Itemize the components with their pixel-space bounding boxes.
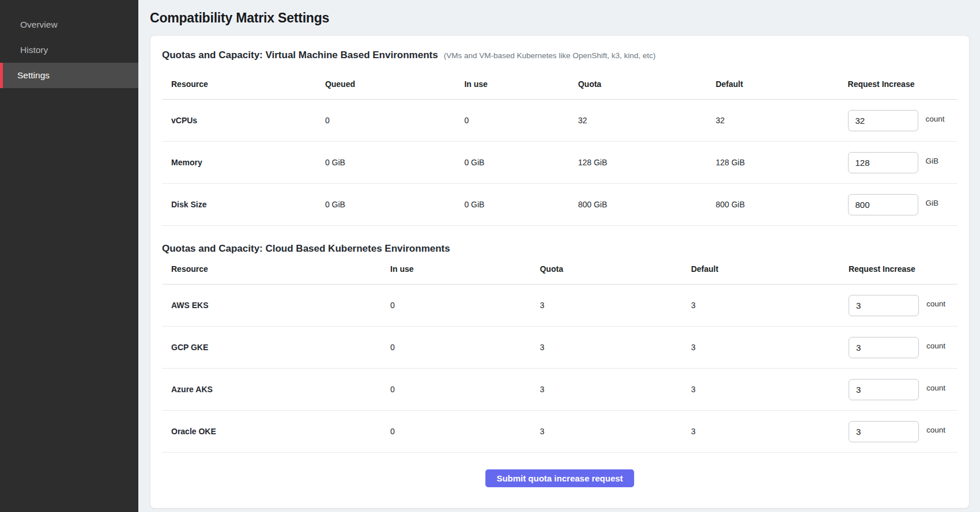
request-increase-cell: count (849, 295, 958, 316)
request-increase-cell: count (849, 337, 958, 358)
column-header-quota: Quota (540, 264, 691, 274)
quota-value: 800 GiB (578, 200, 716, 209)
default-value: 3 (691, 385, 849, 394)
request-increase-cell: count (849, 379, 958, 400)
k8s-section-title: Quotas and Capacity: Cloud Based Kuberne… (162, 243, 450, 255)
request-increase-cell: count (848, 110, 958, 131)
disk-size-request-input[interactable] (848, 194, 918, 215)
column-header-request-increase: Request Increase (849, 264, 958, 274)
column-header-in-use: In use (464, 79, 578, 89)
oracle-oke-request-input[interactable] (849, 421, 919, 442)
queued-value: 0 GiB (325, 200, 465, 209)
in-use-value: 0 (390, 301, 540, 310)
table-row-vcpus: vCPUs 0 0 32 32 count (162, 100, 958, 142)
resource-name: vCPUs (162, 116, 325, 125)
sidebar-item-settings[interactable]: Settings (0, 63, 138, 88)
in-use-value: 0 (390, 343, 540, 352)
in-use-value: 0 (390, 427, 540, 436)
request-increase-cell: GiB (848, 194, 958, 215)
sidebar-item-overview[interactable]: Overview (0, 12, 138, 37)
column-header-in-use: In use (390, 264, 540, 274)
sidebar-item-label: Settings (17, 70, 50, 81)
settings-card: Quotas and Capacity: Virtual Machine Bas… (150, 35, 970, 509)
sidebar-item-label: History (20, 45, 48, 55)
in-use-value: 0 (390, 385, 540, 394)
unit-label: count (926, 384, 945, 392)
vm-table-header: Resource Queued In use Quota Default Req… (162, 61, 958, 100)
vcpus-request-input[interactable] (848, 110, 918, 131)
k8s-table-header: Resource In use Quota Default Request In… (162, 255, 958, 285)
k8s-quota-table: Resource In use Quota Default Request In… (162, 255, 958, 453)
column-header-request-increase: Request Increase (848, 79, 958, 89)
memory-request-input[interactable] (848, 152, 918, 173)
resource-name: GCP GKE (162, 343, 390, 352)
unit-label: GiB (926, 199, 939, 207)
in-use-value: 0 (464, 116, 578, 125)
table-row-aws-eks: AWS EKS 0 3 3 count (162, 285, 958, 327)
sidebar: Overview History Settings (0, 0, 138, 512)
azure-aks-request-input[interactable] (849, 379, 919, 400)
submit-quota-increase-button[interactable]: Submit quota increase request (485, 469, 634, 487)
resource-name: Memory (162, 158, 325, 167)
table-row-gcp-gke: GCP GKE 0 3 3 count (162, 327, 958, 369)
gcp-gke-request-input[interactable] (849, 337, 919, 358)
default-value: 3 (691, 427, 849, 436)
column-header-queued: Queued (325, 79, 465, 89)
page-title: Compatibility Matrix Settings (150, 10, 970, 26)
unit-label: count (926, 342, 945, 350)
default-value: 128 GiB (715, 158, 847, 167)
k8s-section-header: Quotas and Capacity: Cloud Based Kuberne… (162, 243, 958, 255)
vm-section-header: Quotas and Capacity: Virtual Machine Bas… (162, 50, 958, 61)
queued-value: 0 (325, 116, 465, 125)
resource-name: AWS EKS (162, 301, 390, 310)
card-footer: Submit quota increase request (162, 453, 958, 498)
column-header-resource: Resource (162, 79, 325, 89)
quota-value: 3 (540, 427, 691, 436)
quota-value: 32 (578, 116, 716, 125)
column-header-default: Default (715, 79, 847, 89)
unit-label: GiB (926, 157, 939, 165)
quota-value: 128 GiB (578, 158, 716, 167)
table-row-oracle-oke: Oracle OKE 0 3 3 count (162, 411, 958, 453)
aws-eks-request-input[interactable] (849, 295, 919, 316)
in-use-value: 0 GiB (464, 158, 578, 167)
vm-quota-table: Resource Queued In use Quota Default Req… (162, 61, 958, 226)
unit-label: count (926, 115, 945, 123)
main-content: Compatibility Matrix Settings Quotas and… (138, 0, 980, 512)
default-value: 3 (691, 301, 849, 310)
table-row-disk-size: Disk Size 0 GiB 0 GiB 800 GiB 800 GiB Gi… (162, 184, 958, 226)
in-use-value: 0 GiB (464, 200, 578, 209)
resource-name: Azure AKS (162, 385, 390, 394)
resource-name: Oracle OKE (162, 427, 390, 436)
request-increase-cell: GiB (848, 152, 958, 173)
default-value: 800 GiB (715, 200, 847, 209)
resource-name: Disk Size (162, 200, 325, 209)
table-row-azure-aks: Azure AKS 0 3 3 count (162, 369, 958, 411)
vm-section-title: Quotas and Capacity: Virtual Machine Bas… (162, 50, 438, 61)
request-increase-cell: count (849, 421, 958, 442)
unit-label: count (926, 299, 945, 308)
quota-value: 3 (540, 301, 691, 310)
sidebar-item-history[interactable]: History (0, 37, 138, 63)
sidebar-item-label: Overview (20, 20, 58, 30)
vm-section-subtitle: (VMs and VM-based Kubernetes like OpenSh… (444, 51, 656, 60)
default-value: 32 (715, 116, 847, 125)
column-header-quota: Quota (578, 79, 716, 89)
column-header-resource: Resource (162, 264, 390, 274)
unit-label: count (926, 426, 945, 434)
table-row-memory: Memory 0 GiB 0 GiB 128 GiB 128 GiB GiB (162, 142, 958, 184)
queued-value: 0 GiB (325, 158, 465, 167)
quota-value: 3 (540, 343, 691, 352)
quota-value: 3 (540, 385, 691, 394)
default-value: 3 (691, 343, 849, 352)
column-header-default: Default (691, 264, 849, 274)
